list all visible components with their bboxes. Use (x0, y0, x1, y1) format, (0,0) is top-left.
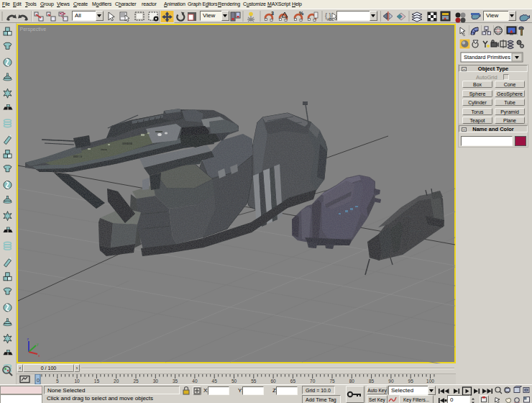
svg-text:3: 3 (271, 11, 274, 16)
svg-text:Perspective: Perspective (20, 27, 47, 32)
svg-text:Standard Primitives: Standard Primitives (464, 54, 510, 60)
svg-text:0: 0 (37, 378, 40, 383)
svg-text:%: % (299, 11, 304, 16)
